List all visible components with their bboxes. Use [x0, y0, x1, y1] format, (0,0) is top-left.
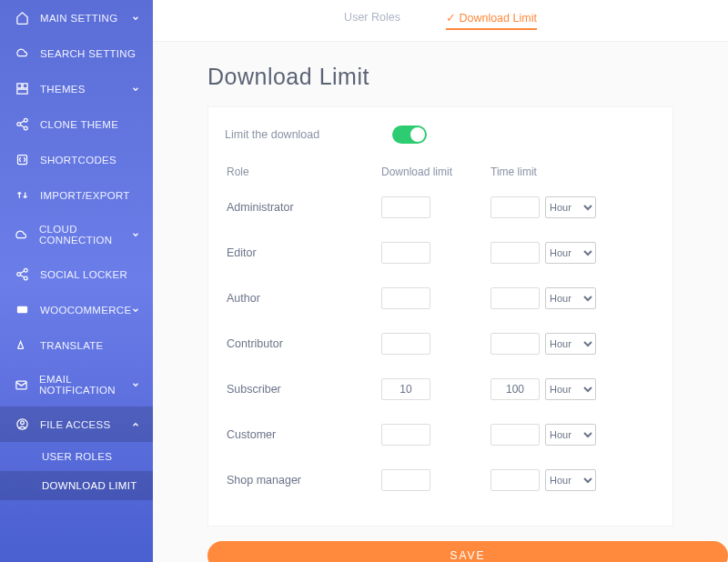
sidebar-item-translate[interactable]: TRANSLATE [0, 327, 153, 363]
time-limit-input[interactable] [490, 196, 540, 218]
svg-point-10 [16, 273, 20, 276]
col-header-time-limit: Time limit [490, 166, 654, 178]
col-header-download-limit: Download limit [381, 166, 490, 178]
sidebar-sub-user-roles[interactable]: USER ROLES [0, 442, 153, 471]
sidebar-sub-label: DOWNLOAD LIMIT [42, 480, 137, 491]
sidebar-item-email-notification[interactable]: EMAIL NOTIFICATION [0, 363, 153, 406]
sidebar-item-import-export[interactable]: IMPORT/EXPORT [0, 177, 153, 213]
col-header-role: Role [227, 166, 381, 178]
svg-point-3 [24, 118, 27, 122]
sidebar-item-themes[interactable]: THEMES [0, 71, 153, 106]
sidebar-item-label: CLOUD CONNECTION [39, 224, 138, 246]
sidebar-item-label: THEMES [40, 84, 86, 95]
time-limit-input[interactable] [490, 424, 540, 446]
toggle-label: Limit the download [225, 128, 319, 141]
svg-point-5 [24, 126, 27, 130]
svg-line-7 [20, 125, 24, 127]
table-row: AuthorHour [225, 282, 656, 315]
cloud-icon [15, 228, 28, 242]
sidebar-sub-download-limit[interactable]: DOWNLOAD LIMIT [0, 471, 153, 500]
table-row: CustomerHour [225, 418, 656, 451]
svg-point-17 [20, 421, 24, 425]
time-limit-input[interactable] [490, 333, 540, 355]
time-limit-input[interactable] [490, 287, 540, 309]
time-limit-input[interactable] [490, 242, 540, 264]
table-row: EditorHour [225, 236, 656, 269]
tab-download-limit[interactable]: Download Limit [446, 11, 537, 30]
table-row: SubscriberHour [225, 373, 656, 406]
svg-rect-14 [16, 306, 26, 314]
role-label: Customer [227, 428, 381, 441]
sidebar-item-search-setting[interactable]: SEARCH SETTING [0, 35, 153, 71]
time-unit-select[interactable]: Hour [545, 378, 596, 400]
table-row: Shop managerHour [225, 464, 656, 497]
chevron-down-icon [131, 230, 140, 239]
time-unit-select[interactable]: Hour [545, 469, 596, 491]
time-limit-input[interactable] [490, 378, 540, 400]
svg-line-12 [20, 271, 24, 274]
sidebar-item-woocommerce[interactable]: WOOCOMMERCE [0, 292, 153, 327]
cloud-icon [15, 46, 29, 60]
download-limit-input[interactable] [381, 242, 430, 264]
chevron-down-icon [131, 85, 140, 94]
sidebar-item-label: SOCIAL LOCKER [40, 269, 127, 280]
translate-icon [15, 338, 29, 352]
limit-toggle[interactable] [392, 125, 427, 144]
sidebar-item-social-locker[interactable]: SOCIAL LOCKER [0, 256, 153, 292]
role-label: Contributor [227, 337, 381, 350]
mail-icon [15, 378, 28, 392]
time-unit-select[interactable]: Hour [545, 242, 596, 264]
time-limit-input[interactable] [490, 469, 540, 491]
time-unit-select[interactable]: Hour [545, 196, 596, 218]
sidebar-item-clone-theme[interactable]: CLONE THEME [0, 106, 153, 142]
time-unit-select[interactable]: Hour [545, 333, 596, 355]
svg-point-9 [24, 268, 27, 272]
user-icon [15, 417, 29, 431]
role-label: Author [227, 292, 381, 305]
role-label: Shop manager [227, 474, 381, 487]
table-row: AdministratorHour [225, 191, 656, 224]
svg-point-11 [24, 276, 27, 280]
svg-rect-2 [16, 89, 26, 94]
page-title: Download Limit [207, 64, 728, 90]
transfer-icon [15, 188, 29, 202]
download-limit-input[interactable] [381, 378, 430, 400]
home-icon [15, 11, 29, 25]
sidebar-sub-label: USER ROLES [42, 451, 112, 462]
download-limit-input[interactable] [381, 196, 430, 218]
svg-rect-1 [23, 84, 27, 88]
svg-rect-0 [16, 84, 21, 88]
grid-icon [15, 82, 29, 95]
settings-card: Limit the download Role Download limit T… [207, 106, 673, 527]
woo-icon [15, 303, 29, 316]
time-unit-select[interactable]: Hour [545, 424, 596, 446]
main-panel: User Roles Download Limit Download Limit… [153, 0, 728, 562]
chevron-up-icon [131, 420, 140, 429]
save-button[interactable]: SAVE [207, 541, 728, 562]
download-limit-input[interactable] [381, 469, 430, 491]
tab-user-roles[interactable]: User Roles [344, 11, 400, 30]
chevron-down-icon [131, 380, 140, 389]
time-unit-select[interactable]: Hour [545, 287, 596, 309]
download-limit-input[interactable] [381, 424, 430, 446]
sidebar-item-label: EMAIL NOTIFICATION [39, 374, 138, 396]
sidebar-item-shortcodes[interactable]: SHORTCODES [0, 142, 153, 177]
svg-line-6 [20, 121, 24, 124]
table-header-row: Role Download limit Time limit [225, 160, 656, 191]
svg-point-4 [16, 123, 20, 126]
sidebar-item-label: FILE ACCESS [40, 419, 110, 430]
role-label: Administrator [227, 201, 381, 214]
sidebar-item-main-setting[interactable]: MAIN SETTING [0, 0, 153, 35]
sidebar-item-label: WOOCOMMERCE [40, 305, 131, 316]
sidebar-item-label: IMPORT/EXPORT [40, 190, 130, 201]
role-label: Editor [227, 246, 381, 259]
sidebar-item-label: SHORTCODES [40, 155, 116, 166]
chevron-down-icon [131, 14, 140, 23]
sidebar-item-label: TRANSLATE [40, 340, 104, 351]
sidebar-item-label: MAIN SETTING [40, 13, 117, 24]
sidebar-item-file-access[interactable]: FILE ACCESS [0, 406, 153, 442]
download-limit-input[interactable] [381, 287, 430, 309]
download-limit-input[interactable] [381, 333, 430, 355]
sidebar-item-cloud-connection[interactable]: CLOUD CONNECTION [0, 213, 153, 256]
table-row: ContributorHour [225, 327, 656, 360]
